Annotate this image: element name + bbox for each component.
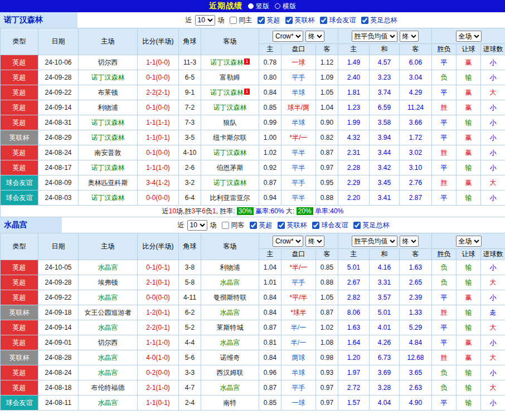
cell-score: 2-1(0-1) [138,275,179,290]
home-team-name[interactable]: 诺丁汉森林 [91,134,125,141]
away-team-name[interactable]: 莱斯特城 [217,324,244,331]
away-team-name[interactable]: 诺丁汉森林 [210,89,244,96]
league-checkbox[interactable] [250,222,257,229]
home-team-name[interactable]: 布伦特福德 [91,384,125,392]
home-team-name[interactable]: 水晶宫 [98,399,118,407]
recent-count-select[interactable]: 10 [195,15,215,26]
europe-final-select[interactable]: 终 [400,31,419,42]
same-venue-checkbox[interactable] [222,222,229,229]
recent-label: 近 [186,16,192,25]
league-checkbox[interactable] [320,17,327,24]
away-team-name[interactable]: 诺维奇 [220,354,240,362]
away-team-name[interactable]: 比利亚雷亚尔 [210,194,250,202]
cell-home-team: 诺丁汉森林 [79,160,138,175]
league-checkbox[interactable] [285,17,293,24]
home-team-name[interactable]: 利物浦 [98,104,118,111]
away-team-name[interactable]: 诺丁汉森林 [213,104,247,111]
home-team-name[interactable]: 水晶宫 [98,263,118,271]
home-team-name[interactable]: 水晶宫 [98,294,118,301]
home-team-name[interactable]: 诺丁汉森林 [91,164,125,172]
cell-eu-home-odds: 1.81 [338,85,370,100]
europe-mean-select[interactable]: 胜平负均值 [352,31,397,42]
layout-horizontal-option[interactable]: 横版 [275,2,296,11]
cell-result: 平 [432,395,457,411]
cell-away-team: 莱斯特城 [201,320,259,335]
away-team-name[interactable]: 利物浦 [220,263,240,271]
scope-select[interactable]: 全场 [456,236,482,247]
away-team-name[interactable]: 曼彻斯特联 [213,294,247,301]
home-team-name[interactable]: 布莱顿 [98,89,118,96]
league-checkbox[interactable] [258,17,265,24]
home-team-name[interactable]: 诺丁汉森林 [91,74,125,81]
away-team-name[interactable]: 诺丁汉森林 [213,179,247,187]
away-team-name[interactable]: 水晶宫 [220,279,240,286]
odds-final-select[interactable]: 终 [305,236,324,247]
cell-goals-result: 小 [481,55,505,70]
cell-cover-result: 输 [457,380,481,395]
home-team-name[interactable]: 切尔西 [98,58,118,66]
cell-eu-away-odds: 4.84 [400,335,432,350]
same-venue-checkbox[interactable] [230,17,237,24]
team-title[interactable]: 诺丁汉森林 [0,12,77,28]
league-checkbox[interactable] [312,222,319,229]
away-team-name[interactable]: 水晶宫 [220,309,240,316]
cell-home-team: 南安普敦 [79,145,138,160]
cell-competition: 英联杯 [1,350,38,365]
away-team-name[interactable]: 纽卡斯尔联 [213,134,247,141]
away-team-name[interactable]: 诺丁汉森林 [213,149,247,157]
away-team-name[interactable]: 南特 [224,399,237,407]
home-team-name[interactable]: 水晶宫 [98,369,118,377]
cell-eu-draw-odds: 3.74 [370,85,400,100]
cell-eu-away-odds: 6.06 [400,55,432,70]
europe-mean-select[interactable]: 胜平负均值 [352,236,397,247]
away-team-name[interactable]: 富勒姆 [220,74,240,81]
league-checkbox[interactable] [278,222,285,229]
europe-final-select[interactable]: 终 [400,236,419,247]
cell-away-team: 水晶宫 [201,335,259,350]
cell-eu-home-odds: 4.32 [338,130,370,145]
team-title[interactable]: 水晶宫 [0,217,62,233]
cell-date: 24-09-28 [38,275,79,290]
cell-asian-home-odds: 0.99 [259,115,281,130]
odds-final-select[interactable]: 终 [305,31,324,42]
col-eu-home: 主 [338,249,370,260]
away-team-name[interactable]: 水晶宫 [220,339,240,346]
away-team-name[interactable]: 诺丁汉森林 [210,58,244,66]
cell-handicap: 一球 [281,55,316,70]
away-team-name[interactable]: 伯恩茅斯 [217,164,244,172]
col-type: 类型 [1,28,38,55]
scope-select[interactable]: 全场 [456,31,482,42]
match-row: 球会友谊24-08-03诺丁汉森林0-0(0-0)6-4比利亚雷亚尔0.94平半… [1,191,505,206]
recent-count-select[interactable]: 10 [187,220,207,231]
match-row: 英超24-09-01切尔西1-1(1-0)4-4水晶宫0.81半/一1.081.… [1,335,505,350]
home-team-name[interactable]: 女王公园巡游者 [85,309,132,316]
cell-asian-away-odds: 0.97 [316,380,338,395]
away-team-name[interactable]: 狼队 [224,119,237,126]
league-checkbox[interactable] [353,222,361,229]
home-team-name[interactable]: 诺丁汉森林 [91,119,125,126]
summary-part: 大: [284,207,297,215]
layout-vertical-option[interactable]: 竖版 [248,2,269,11]
cell-competition: 英超 [1,320,38,335]
home-team-name[interactable]: 奥林匹亚科斯 [88,179,128,187]
away-team-name[interactable]: 西汉姆联 [217,369,244,377]
cell-score: 1-1(1-1) [138,115,179,130]
cell-corners: 7-3 [179,115,201,130]
home-team-name[interactable]: 水晶宫 [98,354,118,362]
cell-asian-home-odds: 1.01 [259,275,281,290]
odds-source-select[interactable]: Crow* [273,236,303,247]
col-date: 日期 [38,233,79,260]
col-eu-draw: 和 [370,249,400,260]
away-team-name[interactable]: 水晶宫 [220,384,240,392]
cell-cover-result: 输 [457,260,481,275]
league-checkbox[interactable] [361,17,368,24]
home-team-name[interactable]: 水晶宫 [98,324,118,331]
col-handicap: 盘口 [281,249,316,260]
match-row: 英超24-10-05水晶宫0-1(0-1)3-8利物浦1.04*半/一0.855… [1,260,505,275]
odds-source-select[interactable]: Crow* [273,31,303,42]
home-team-name[interactable]: 切尔西 [98,339,118,346]
home-team-name[interactable]: 诺丁汉森林 [91,194,125,202]
home-team-name[interactable]: 埃弗顿 [98,279,118,286]
cell-handicap: 半/一 [281,320,316,335]
home-team-name[interactable]: 南安普敦 [95,149,122,157]
